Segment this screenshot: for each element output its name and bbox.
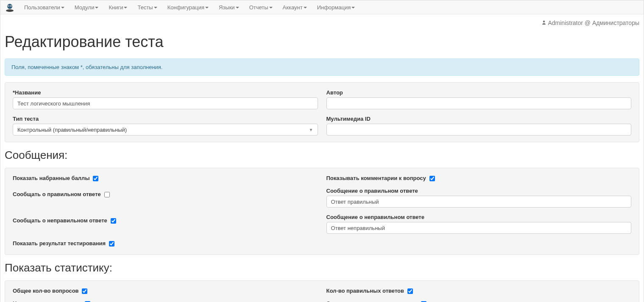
user-group: Администраторы: [592, 19, 639, 26]
multimedia-label: Мультимедиа ID: [326, 116, 371, 122]
total-q-label: Общее кол-во вопросов: [13, 288, 79, 294]
nav-label: Языки: [219, 4, 235, 11]
msg-correct-input[interactable]: [326, 196, 632, 208]
type-select[interactable]: Контрольный (правильный/неправильный) ▼: [13, 124, 318, 136]
stats-header: Показать статистику:: [5, 261, 639, 274]
msg-correct-label: Сообщение о правильном ответе: [326, 188, 418, 194]
type-select-value: Контрольный (правильный/неправильный): [17, 127, 127, 133]
nav-tests[interactable]: Тесты: [132, 1, 162, 14]
brand-logo[interactable]: [0, 0, 19, 14]
show-comments-checkbox[interactable]: [429, 176, 435, 181]
author-input[interactable]: [326, 97, 632, 109]
caret-icon: [236, 7, 239, 8]
caret-icon: [124, 7, 127, 8]
stats-panel: Общее кол-во вопросов Кол-во правильных …: [5, 280, 639, 302]
notify-correct-label: Сообщать о правильном ответе: [13, 191, 101, 197]
nav-label: Отчеты: [249, 4, 268, 11]
show-scores-label: Показать набранные баллы: [13, 175, 89, 181]
user-name: Administrator: [548, 19, 583, 26]
total-q-checkbox[interactable]: [82, 288, 87, 294]
caret-icon: [351, 7, 355, 8]
messages-panel: Показать набранные баллы Показывать комм…: [5, 168, 639, 255]
svg-point-5: [11, 6, 11, 6]
correct-count-label: Кол-во правильных ответов: [326, 288, 404, 294]
nav-label: Пользователи: [24, 4, 60, 11]
app-logo-icon: [5, 2, 15, 12]
navbar: Пользователи Модули Книги Тесты Конфигур…: [0, 0, 644, 14]
current-q-label: Номер текущего вопроса: [13, 300, 81, 302]
notify-incorrect-label: Сообщать о неправильном ответе: [13, 217, 107, 224]
name-input[interactable]: [13, 97, 318, 109]
svg-point-4: [8, 6, 9, 6]
nav-languages[interactable]: Языки: [214, 1, 244, 14]
time-left-label: Оставшееся время тестирования: [326, 300, 418, 302]
nav-books[interactable]: Книги: [103, 1, 132, 14]
nav-menu: Пользователи Модули Книги Тесты Конфигур…: [19, 1, 360, 14]
nav-label: Информация: [317, 4, 351, 11]
nav-label: Книги: [109, 4, 123, 11]
select-arrow-icon: ▼: [309, 127, 313, 132]
caret-icon: [154, 7, 157, 8]
page-title: Редактирование теста: [5, 33, 639, 51]
multimedia-input[interactable]: [326, 124, 632, 136]
svg-point-1: [6, 9, 14, 12]
user-bar: Administrator @ Администраторы: [5, 14, 639, 28]
correct-count-checkbox[interactable]: [407, 288, 413, 294]
show-comments-label: Показывать комментарии к вопросу: [326, 175, 426, 181]
caret-icon: [205, 7, 209, 8]
nav-modules[interactable]: Модули: [70, 1, 104, 14]
nav-label: Модули: [75, 4, 95, 11]
nav-label: Аккаунт: [283, 4, 303, 11]
notify-correct-checkbox[interactable]: [104, 192, 110, 197]
type-label: Тип теста: [13, 116, 39, 122]
nav-config[interactable]: Конфигурация: [162, 1, 214, 14]
caret-icon: [304, 7, 307, 8]
nav-info[interactable]: Информация: [312, 1, 360, 14]
name-label: *Название: [13, 89, 41, 96]
nav-label: Конфигурация: [167, 4, 204, 11]
show-scores-checkbox[interactable]: [93, 176, 98, 181]
user-at: @: [585, 19, 591, 26]
info-alert: Поля, помеченные знаком *, обязательны д…: [5, 58, 639, 76]
show-result-checkbox[interactable]: [109, 241, 114, 247]
nav-account[interactable]: Аккаунт: [278, 1, 312, 14]
msg-incorrect-input[interactable]: [326, 222, 632, 234]
show-result-label: Показать результат тестирования: [13, 240, 106, 247]
nav-label: Тесты: [137, 4, 153, 11]
nav-reports[interactable]: Отчеты: [244, 1, 278, 14]
notify-incorrect-checkbox[interactable]: [111, 218, 116, 224]
caret-icon: [95, 7, 98, 8]
caret-icon: [61, 7, 64, 8]
author-label: Автор: [326, 89, 343, 96]
msg-incorrect-label: Сообщение о неправильном ответе: [326, 214, 424, 220]
caret-icon: [269, 7, 273, 8]
nav-users[interactable]: Пользователи: [19, 1, 70, 14]
basic-fields-panel: *Название Автор Тип теста Кон: [5, 82, 639, 142]
user-icon: [541, 19, 548, 26]
messages-header: Сообщения:: [5, 149, 639, 162]
